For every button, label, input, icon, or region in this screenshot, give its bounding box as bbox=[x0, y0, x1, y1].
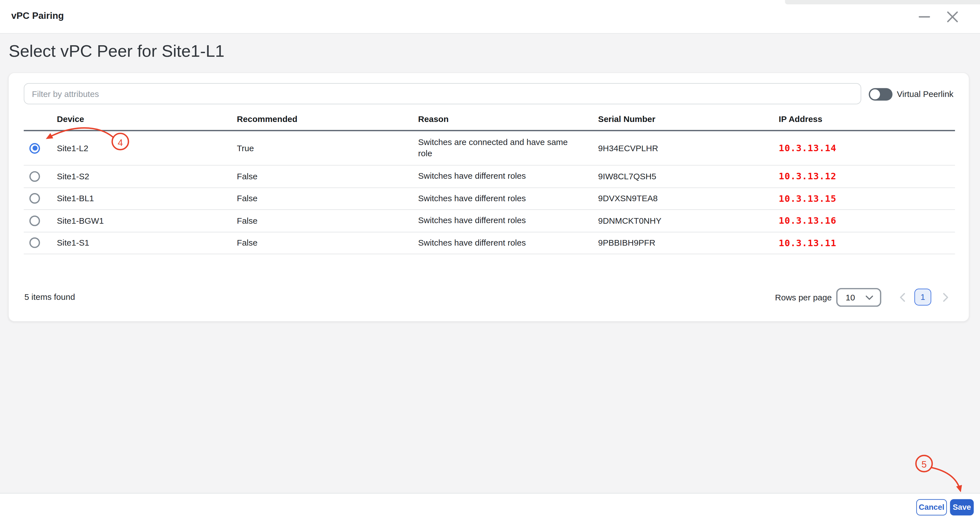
radio-cell bbox=[24, 215, 57, 226]
device-cell: Site1-BGW1 bbox=[57, 216, 237, 226]
radio-cell bbox=[24, 143, 57, 153]
radio-unselected[interactable] bbox=[29, 215, 40, 226]
recommended-cell: False bbox=[237, 172, 418, 181]
ip-cell: 10.3.13.15 bbox=[779, 194, 955, 204]
page-number-button[interactable]: 1 bbox=[915, 289, 931, 305]
peer-selection-card: Virtual Peerlink Device Recommended Reas… bbox=[8, 73, 969, 322]
column-header-device: Device bbox=[57, 114, 237, 124]
ip-cell: 10.3.13.11 bbox=[779, 238, 955, 248]
reason-cell: Switches have different roles bbox=[418, 215, 582, 226]
reason-cell: Switches have different roles bbox=[418, 171, 582, 182]
serial-cell: 9IW8CL7QSH5 bbox=[598, 172, 779, 181]
radio-cell bbox=[24, 171, 57, 182]
next-page-button[interactable] bbox=[936, 288, 955, 307]
device-cell: Site1-L2 bbox=[57, 143, 237, 152]
close-icon bbox=[946, 10, 959, 24]
radio-cell bbox=[24, 237, 57, 248]
device-cell: Site1-S1 bbox=[57, 238, 237, 248]
chevron-left-icon bbox=[899, 292, 905, 302]
table-row[interactable]: Site1-S1 False Switches have different r… bbox=[24, 232, 955, 254]
dialog-title: vPC Pairing bbox=[11, 10, 64, 21]
ip-cell: 10.3.13.12 bbox=[779, 172, 955, 181]
chevron-right-icon bbox=[943, 292, 949, 302]
serial-cell: 9H34ECVPLHR bbox=[598, 143, 779, 152]
dialog-titlebar: vPC Pairing bbox=[0, 0, 980, 34]
minimize-icon bbox=[918, 10, 931, 24]
cancel-button[interactable]: Cancel bbox=[916, 499, 947, 515]
recommended-cell: False bbox=[237, 216, 418, 226]
peer-table: Device Recommended Reason Serial Number … bbox=[24, 108, 955, 254]
background-panel-edge bbox=[785, 0, 980, 5]
device-cell: Site1-S2 bbox=[57, 172, 237, 181]
serial-cell: 9DNMCKT0NHY bbox=[598, 216, 779, 226]
column-header-recommended: Recommended bbox=[237, 114, 418, 124]
virtual-peerlink-label: Virtual Peerlink bbox=[897, 89, 953, 98]
column-header-reason: Reason bbox=[418, 114, 598, 124]
radio-unselected[interactable] bbox=[29, 237, 40, 248]
radio-selected[interactable] bbox=[29, 143, 40, 153]
dialog-body: Select vPC Peer for Site1-L1 Virtual Pee… bbox=[0, 34, 980, 493]
recommended-cell: True bbox=[237, 143, 418, 152]
table-row[interactable]: Site1-L2 True Switches are connected and… bbox=[24, 131, 955, 165]
radio-unselected[interactable] bbox=[29, 193, 40, 204]
vpc-pairing-dialog: vPC Pairing Select vPC Peer for Site1-L1… bbox=[0, 0, 980, 521]
radio-cell bbox=[24, 193, 57, 204]
reason-cell: Switches are connected and have same rol… bbox=[418, 137, 582, 159]
rows-per-page-select[interactable]: 10 bbox=[836, 288, 881, 307]
radio-unselected[interactable] bbox=[29, 171, 40, 182]
page-title: Select vPC Peer for Site1-L1 bbox=[9, 42, 224, 61]
close-button[interactable] bbox=[944, 9, 961, 25]
serial-cell: 9PBBIBH9PFR bbox=[598, 238, 779, 248]
reason-cell: Switches have different roles bbox=[418, 237, 582, 248]
minimize-button[interactable] bbox=[916, 9, 932, 25]
recommended-cell: False bbox=[237, 238, 418, 248]
chevron-down-icon bbox=[865, 294, 874, 300]
table-row[interactable]: Site1-S2 False Switches have different r… bbox=[24, 165, 955, 188]
table-header-row: Device Recommended Reason Serial Number … bbox=[24, 108, 955, 131]
serial-cell: 9DVXSN9TEA8 bbox=[598, 194, 779, 203]
table-row[interactable]: Site1-BGW1 False Switches have different… bbox=[24, 210, 955, 232]
filter-input[interactable] bbox=[24, 83, 861, 105]
reason-cell: Switches have different roles bbox=[418, 193, 582, 204]
action-bar: Cancel Save bbox=[0, 493, 980, 521]
virtual-peerlink-toggle[interactable] bbox=[869, 88, 892, 100]
save-button[interactable]: Save bbox=[950, 499, 974, 515]
column-header-ip: IP Address bbox=[779, 114, 955, 124]
rows-per-page-value: 10 bbox=[846, 293, 855, 302]
ip-cell: 10.3.13.16 bbox=[779, 216, 955, 226]
device-cell: Site1-BL1 bbox=[57, 194, 237, 203]
items-found-label: 5 items found bbox=[24, 292, 75, 302]
recommended-cell: False bbox=[237, 194, 418, 203]
table-row[interactable]: Site1-BL1 False Switches have different … bbox=[24, 188, 955, 210]
column-header-serial: Serial Number bbox=[598, 114, 779, 124]
toggle-knob bbox=[870, 89, 880, 100]
rows-per-page-label: Rows per page bbox=[775, 293, 832, 302]
ip-cell: 10.3.13.14 bbox=[779, 143, 955, 153]
previous-page-button[interactable] bbox=[893, 288, 912, 307]
